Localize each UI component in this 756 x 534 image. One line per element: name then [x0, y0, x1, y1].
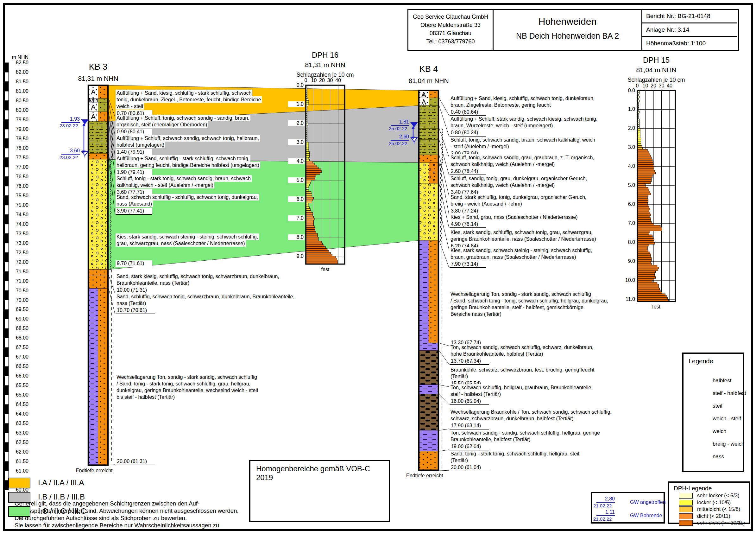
layer-description-line: Ton, schwach sandig - sandig, schwach sc… [449, 430, 601, 436]
layer-description-line: Auffüllung + Sand, kiesig, schluffig, sc… [449, 95, 596, 102]
elevation-axis-tick: 71.00 [12, 278, 29, 284]
dph-bar [307, 209, 310, 211]
layer-description-line: Schluff, tonig, schwach sandig, grau, gr… [449, 154, 595, 161]
dph-bar [307, 226, 315, 228]
consistency-legend-label: nass [713, 454, 724, 460]
dph-bar [307, 133, 308, 135]
dph-bar [307, 190, 309, 192]
dph-bar [638, 231, 650, 233]
layer-description-line: braun, graubraun, nass (Saaleschotter / … [449, 254, 577, 260]
dph-axis-title: Schlagzahlen je 10 cm [296, 71, 354, 78]
layer-description-line: Sand, schluffig, schwach tonig, schwarzb… [116, 293, 295, 300]
dph-bar [307, 152, 310, 154]
dph-bar [638, 239, 654, 240]
dph-bar [638, 297, 668, 299]
dph-bar [307, 177, 315, 178]
elevation-axis-tick: 74.00 [12, 221, 29, 227]
dph-bar [638, 244, 649, 246]
layer-description-line: Kies, stark sandig, schluffig, schwach t… [449, 229, 594, 236]
gw-depth-value: 2.60 [391, 134, 409, 141]
dph-bar [638, 214, 651, 216]
dph-axis-title: Schlagzahlen je 10 cm [628, 77, 685, 83]
elevation-axis-unit: m NHN [12, 54, 29, 60]
dph-bar [638, 98, 639, 100]
layer-description-line: weich - steif [116, 103, 144, 110]
elevation-axis-tick: 82.00 [12, 70, 29, 75]
elevation-axis-tick: 72.00 [12, 259, 29, 265]
dph-bar [307, 125, 308, 127]
dph-bar [307, 108, 308, 110]
dph-bar [638, 178, 652, 180]
dph-bar [638, 206, 649, 208]
dph-bar [638, 242, 655, 244]
dph-bar [638, 134, 640, 136]
dph-bar [307, 211, 311, 212]
elevation-axis-tick: 77.50 [12, 155, 29, 160]
layer-description-line: Schluff, sandig, tonig, grau, dunkelgrau… [449, 175, 588, 182]
dph-elevation-label: 81,04 m NHN [636, 66, 676, 74]
dph-bar [638, 286, 659, 288]
stratum-symbol: A [91, 113, 95, 121]
elevation-axis-tick: 81.50 [12, 79, 29, 85]
dph-bar [638, 138, 641, 140]
dph-bar [307, 131, 308, 133]
layer-description-line: Auffüllung + Schluff, schwach sandig, sc… [116, 135, 260, 142]
dph-bar [638, 149, 648, 151]
dph-depth-tick: 5.0 [620, 183, 636, 188]
stratum-symbol: A [91, 103, 95, 111]
layer-description-line: Ton, schwach sandig, schwach schluffig, … [449, 344, 595, 351]
dph-legend-label: mitteldicht (< 15/8) [697, 506, 740, 512]
dph-depth-tick: 3.0 [288, 139, 305, 145]
gw-legend-value: 2,80 [596, 496, 615, 503]
dph-bar [638, 221, 652, 223]
dph-bar [638, 119, 639, 121]
elevation-axis-tick: 79.50 [12, 117, 29, 123]
dph-bar [307, 167, 318, 169]
dph-bar [307, 98, 308, 100]
layer-description-line: / Sand, schwach tonig - tonig, schwach s… [449, 297, 609, 304]
dph-bar [638, 132, 640, 134]
stratum-symbol: A [421, 98, 426, 106]
layer-description-line: bis steif - halbfest (Tertiär) [116, 394, 176, 400]
dph-legend-label: sehr dicht (>= 20/11) [697, 520, 745, 526]
dph-bar [307, 220, 314, 222]
dph-bar [638, 276, 656, 278]
elevation-axis-tick: 70.00 [12, 297, 29, 303]
dph-bar [638, 212, 650, 214]
dph-x-tick: 30 [327, 78, 333, 83]
dph-depth-tick: 1.0 [620, 106, 636, 112]
dph-bar [307, 186, 309, 188]
dph-legend-label: locker (< 10/5) [697, 499, 731, 505]
layer-depth-label: 2.60 (78.44) [449, 168, 486, 175]
dph-bar [307, 173, 320, 175]
dph-depth-tick: 7.0 [288, 215, 305, 221]
elevation-axis-tick: 63.50 [12, 421, 29, 426]
dph-depth-tick: 6.0 [288, 196, 305, 202]
dph-bar [638, 100, 639, 102]
dph-bar [638, 104, 639, 106]
elevation-axis-tick: 80.00 [12, 107, 29, 113]
dph-bar [307, 95, 308, 97]
layer-description-line: nass (Auesand) [116, 201, 153, 207]
dph-bar [638, 278, 654, 280]
layer-description-line: braun, Ziegelreste, Betonreste, gering f… [449, 102, 552, 108]
dph-bar [307, 197, 314, 199]
groundwater-level-marker [82, 152, 88, 155]
dph-bar [307, 184, 310, 186]
dph-depth-tick: 8.0 [620, 239, 636, 245]
dph-bar [638, 108, 639, 110]
layer-description-line: geringe Braunkohleanteile, steif - halbf… [449, 304, 584, 311]
dph-bar [307, 169, 321, 171]
project-subtitle: NB Deich Hohenweiden BA 2 [494, 31, 641, 41]
dph-bar [307, 203, 309, 205]
borehole-title: KB 4 [419, 64, 438, 74]
dph-bar [307, 180, 311, 182]
project-title: Hohenweiden [494, 16, 641, 27]
layer-description-line: Auffüllung + Sand, kiesig, schluffig - s… [116, 90, 252, 96]
layer-description-line: steif - halbfest (Tertiär) [449, 391, 502, 398]
dph-bar [307, 252, 331, 254]
dph-bar [638, 123, 639, 125]
dph-x-tick: 30 [659, 83, 664, 89]
dph-depth-tick: 2.0 [620, 126, 636, 131]
elevation-axis-tick: 66.00 [12, 373, 29, 379]
